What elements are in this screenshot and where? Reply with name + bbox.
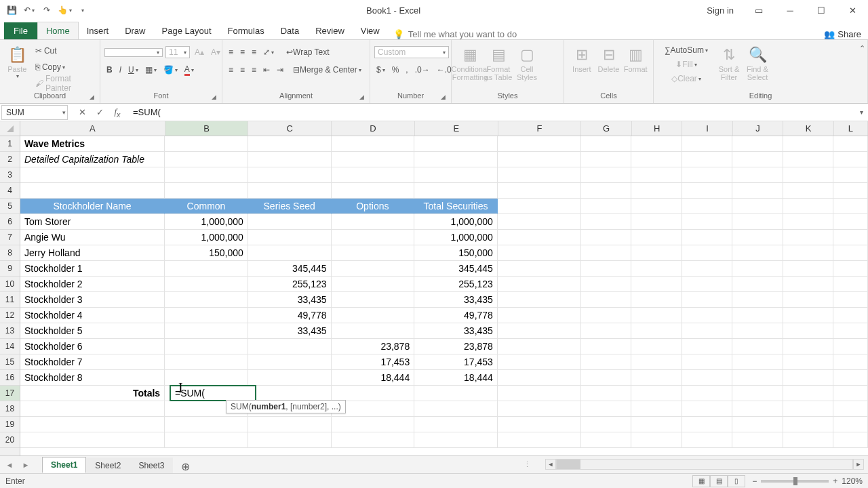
orientation-icon[interactable]: ⤢▾ xyxy=(261,45,276,59)
cell-H10[interactable] xyxy=(631,277,682,292)
paste-button[interactable]: 📋Paste▾ xyxy=(4,42,31,79)
cell-B9[interactable] xyxy=(165,261,248,277)
wrap-text-button[interactable]: ↩ Wrap Text xyxy=(284,45,332,59)
collapse-ribbon-icon[interactable]: ⌃ xyxy=(859,44,865,53)
cell-C20[interactable] xyxy=(248,432,332,448)
cell-G3[interactable] xyxy=(581,167,632,183)
name-box[interactable]: SUM▾ xyxy=(1,105,68,120)
tab-insert[interactable]: Insert xyxy=(79,22,117,39)
cell-E14[interactable]: 23,878 xyxy=(414,339,498,354)
cell-K5[interactable] xyxy=(783,199,834,214)
cell-K6[interactable] xyxy=(783,214,834,230)
row-header-1[interactable]: 1 xyxy=(0,136,20,152)
cell-K14[interactable] xyxy=(783,339,834,354)
cell-J20[interactable] xyxy=(732,432,783,448)
row-header-17[interactable]: 17 xyxy=(0,386,20,401)
cell-D9[interactable] xyxy=(332,261,415,277)
touch-mode-icon[interactable]: 👆▾ xyxy=(57,3,72,18)
close-button[interactable]: ✕ xyxy=(837,0,868,20)
cell-H1[interactable] xyxy=(631,136,682,152)
cell-E10[interactable]: 255,123 xyxy=(414,277,498,292)
cell-J2[interactable] xyxy=(732,152,783,167)
cell-B5[interactable]: Common xyxy=(165,199,248,214)
signin-button[interactable]: Sign in xyxy=(697,0,743,20)
column-header-H[interactable]: H xyxy=(632,121,682,136)
cell-J3[interactable] xyxy=(732,167,783,183)
zoom-level[interactable]: 120% xyxy=(842,476,863,486)
sheet-nav-next-icon[interactable]: ► xyxy=(19,458,33,472)
cell-D11[interactable] xyxy=(332,292,415,308)
cell-A13[interactable]: Stockholder 5 xyxy=(20,323,165,339)
scroll-left-icon[interactable]: ◄ xyxy=(545,459,556,470)
clear-button[interactable]: ◇ Clear▾ xyxy=(658,72,715,85)
cell-H12[interactable] xyxy=(631,308,682,323)
cell-K1[interactable] xyxy=(783,136,834,152)
cut-button[interactable]: ✂ Cut xyxy=(33,44,59,58)
column-header-E[interactable]: E xyxy=(415,121,498,136)
cell-H2[interactable] xyxy=(631,152,682,167)
cell-K10[interactable] xyxy=(783,277,834,292)
cell-L7[interactable] xyxy=(833,230,868,245)
cell-D4[interactable] xyxy=(332,183,415,199)
cell-H6[interactable] xyxy=(631,214,682,230)
align-bottom-icon[interactable]: ≡ xyxy=(250,45,258,59)
cell-J10[interactable] xyxy=(732,277,783,292)
underline-button[interactable]: U▾ xyxy=(126,63,140,77)
cell-A6[interactable]: Tom Storer xyxy=(20,214,165,230)
cell-C16[interactable] xyxy=(248,370,332,386)
cell-B15[interactable] xyxy=(165,354,248,370)
cell-J8[interactable] xyxy=(732,245,783,261)
clipboard-launcher-icon[interactable]: ◢ xyxy=(90,92,94,102)
cell-J9[interactable] xyxy=(732,261,783,277)
cell-A4[interactable] xyxy=(20,183,165,199)
cell-G17[interactable] xyxy=(581,386,632,401)
tab-formulas[interactable]: Formulas xyxy=(220,22,273,39)
cell-F19[interactable] xyxy=(498,417,581,432)
cell-D1[interactable] xyxy=(332,136,415,152)
column-header-J[interactable]: J xyxy=(733,121,783,136)
cell-H15[interactable] xyxy=(631,354,682,370)
alignment-launcher-icon[interactable]: ◢ xyxy=(359,92,364,102)
cell-C8[interactable] xyxy=(248,245,332,261)
column-header-D[interactable]: D xyxy=(332,121,415,136)
row-header-2[interactable]: 2 xyxy=(0,152,20,167)
zoom-slider[interactable] xyxy=(761,480,829,483)
cell-F13[interactable] xyxy=(498,323,581,339)
align-top-icon[interactable]: ≡ xyxy=(226,45,235,59)
cell-A14[interactable]: Stockholder 6 xyxy=(20,339,165,354)
cell-L20[interactable] xyxy=(833,432,868,448)
cell-H8[interactable] xyxy=(631,245,682,261)
cell-L15[interactable] xyxy=(833,354,868,370)
cell-A8[interactable]: Jerry Holland xyxy=(20,245,165,261)
cell-J14[interactable] xyxy=(732,339,783,354)
cell-E6[interactable]: 1,000,000 xyxy=(414,214,498,230)
cell-F10[interactable] xyxy=(498,277,581,292)
cell-F15[interactable] xyxy=(498,354,581,370)
cell-H3[interactable] xyxy=(631,167,682,183)
cell-K8[interactable] xyxy=(783,245,834,261)
cell-J11[interactable] xyxy=(732,292,783,308)
column-header-F[interactable]: F xyxy=(498,121,582,136)
cell-G12[interactable] xyxy=(581,308,632,323)
number-format-select[interactable]: Custom▾ xyxy=(374,46,449,58)
cell-L16[interactable] xyxy=(833,370,868,386)
cell-B16[interactable] xyxy=(165,370,248,386)
cell-J18[interactable] xyxy=(732,401,783,417)
cancel-formula-icon[interactable]: ✕ xyxy=(73,105,91,120)
cell-I15[interactable] xyxy=(682,354,733,370)
cell-G20[interactable] xyxy=(581,432,632,448)
cell-A10[interactable]: Stockholder 2 xyxy=(20,277,165,292)
cell-E3[interactable] xyxy=(414,167,498,183)
cell-B13[interactable] xyxy=(165,323,248,339)
decrease-indent-icon[interactable]: ⇤ xyxy=(261,63,272,77)
cell-K2[interactable] xyxy=(783,152,834,167)
cell-F12[interactable] xyxy=(498,308,581,323)
cell-I20[interactable] xyxy=(682,432,733,448)
tab-review[interactable]: Review xyxy=(307,22,353,39)
row-header-14[interactable]: 14 xyxy=(0,339,20,354)
cell-J5[interactable] xyxy=(732,199,783,214)
cell-A20[interactable] xyxy=(20,432,165,448)
cell-F16[interactable] xyxy=(498,370,581,386)
font-launcher-icon[interactable]: ◢ xyxy=(212,92,216,102)
cell-K3[interactable] xyxy=(783,167,834,183)
